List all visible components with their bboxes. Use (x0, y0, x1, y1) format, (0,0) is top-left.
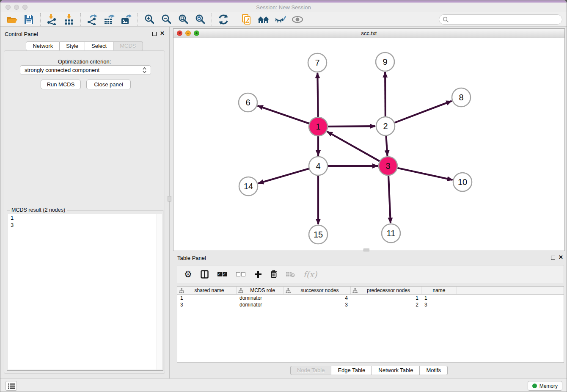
panel-divider (169, 27, 170, 378)
graph-edge-2-3[interactable] (386, 134, 387, 156)
column-header-successor-nodes[interactable]: successor nodes (284, 287, 351, 294)
list-icon (8, 383, 15, 389)
graph-edge-2-8[interactable] (393, 101, 452, 124)
graph-node-label: 10 (458, 177, 467, 187)
table-cell[interactable]: dominator (237, 301, 284, 308)
export-table-button[interactable] (101, 13, 118, 26)
apply-layout-button[interactable] (215, 13, 232, 26)
table-float-icon[interactable] (551, 256, 555, 260)
float-panel-icon[interactable] (152, 32, 157, 36)
export-network-button[interactable] (84, 13, 101, 26)
open-file-button[interactable] (3, 13, 20, 26)
column-header-shared-name[interactable]: shared name (177, 287, 237, 294)
table-close-icon[interactable]: ✕ (559, 254, 563, 260)
criterion-dropdown[interactable]: strongly connected component (20, 65, 151, 75)
table-row[interactable]: 1dominator411 (177, 295, 564, 301)
import-table-button[interactable] (61, 13, 77, 26)
close-panel-button[interactable]: Close panel (86, 80, 131, 89)
table-row[interactable]: 3dominator323 (177, 301, 564, 308)
delete-table-button[interactable] (286, 271, 295, 278)
column-label: name (423, 287, 455, 293)
graph-edge-3-11[interactable] (388, 174, 391, 223)
graph-edge-1-2[interactable] (326, 126, 375, 127)
criterion-value: strongly connected component (25, 67, 143, 73)
open-file-icon (6, 14, 17, 25)
tab-style[interactable]: Style (60, 41, 85, 51)
result-scrollbar[interactable] (157, 214, 162, 370)
mcds-result-list[interactable]: 13 (8, 214, 162, 370)
zoom-selected-button[interactable] (192, 13, 209, 26)
memory-button[interactable]: Memory (528, 381, 562, 391)
run-mcds-button[interactable]: Run MCDS (41, 80, 81, 89)
column-header-name[interactable]: name (421, 287, 457, 294)
optimization-criterion-label: Optimization criterion: (4, 58, 165, 65)
column-label: shared name (184, 287, 234, 293)
gear-icon: ⚙ (184, 270, 192, 279)
table-cell[interactable]: 2 (351, 301, 421, 308)
search-input[interactable] (439, 14, 562, 25)
show-all-icon (292, 15, 303, 24)
tab-node-table[interactable]: Node Table (290, 366, 332, 375)
select-all-button[interactable] (217, 272, 227, 276)
column-settings-button[interactable]: ⚙ (184, 270, 192, 279)
export-table-icon (104, 14, 115, 25)
table-cell[interactable]: 4 (284, 295, 351, 301)
column-header-MCDS-role[interactable]: MCDS role (237, 287, 284, 294)
import-network-button[interactable] (44, 13, 61, 26)
graph-edge-3-1[interactable] (327, 132, 381, 162)
add-column-button[interactable] (254, 271, 262, 278)
export-image-button[interactable] (118, 13, 135, 26)
graph-node-label: 8 (459, 93, 463, 102)
graph-edge-2-9[interactable] (385, 72, 385, 119)
table-cell[interactable]: 3 (421, 301, 457, 308)
first-neighbors-button[interactable] (255, 13, 272, 26)
graph-edge-3-10[interactable] (396, 168, 453, 180)
network-canvas-svg[interactable]: 1234678910111415 (173, 38, 564, 251)
table-header-row: shared nameMCDS rolesuccessor nodesprede… (177, 287, 564, 295)
application-window: Session: New Session (0, 0, 567, 392)
task-history-button[interactable] (6, 381, 17, 391)
import-table-icon (63, 14, 74, 25)
checked-box-icon (217, 272, 222, 276)
graph-edge-4-14[interactable] (258, 168, 311, 183)
shared-column-icon (286, 288, 291, 293)
delete-column-button[interactable] (270, 270, 277, 278)
close-panel-icon[interactable]: ✕ (160, 30, 165, 36)
zoom-out-button[interactable] (158, 13, 175, 26)
graph-node-label: 14 (244, 182, 253, 191)
tab-edge-table[interactable]: Edge Table (331, 366, 372, 375)
graph-edge-1-6[interactable] (258, 106, 311, 124)
graph-node-label: 15 (314, 230, 323, 239)
table-cell[interactable]: 3 (284, 301, 351, 308)
column-label: predecessor nodes (358, 287, 419, 293)
function-builder-button[interactable]: f(x) (303, 270, 317, 279)
save-session-button[interactable] (20, 13, 37, 26)
zoom-in-button[interactable] (141, 13, 158, 26)
network-window-titlebar[interactable]: × − + scc.txt (173, 29, 564, 38)
clone-network-button[interactable] (238, 13, 255, 26)
window-title: Session: New Session (0, 4, 567, 11)
tab-motifs[interactable]: Motifs (420, 366, 448, 375)
tab-network[interactable]: Network (26, 41, 60, 51)
main-toolbar (0, 12, 567, 27)
hide-selected-button[interactable] (272, 13, 289, 26)
table-cell[interactable]: 1 (351, 295, 421, 301)
panel-divider-grip[interactable] (168, 196, 171, 202)
table-cell[interactable]: 3 (177, 301, 237, 308)
control-panel-tabs: Network Style Select MCDS (0, 41, 168, 51)
tab-select[interactable]: Select (85, 41, 113, 51)
table-cell[interactable]: 1 (177, 295, 237, 301)
table-cell[interactable]: dominator (237, 295, 284, 301)
table-cell[interactable]: 1 (421, 295, 457, 301)
deselect-all-button[interactable] (236, 272, 246, 276)
zoom-fit-button[interactable] (175, 13, 192, 26)
graph-edge-1-7[interactable] (317, 73, 318, 119)
show-all-button[interactable] (289, 13, 306, 26)
tab-network-table[interactable]: Network Table (372, 366, 420, 375)
horizontal-divider-grip[interactable] (363, 248, 369, 251)
split-panel-button[interactable] (201, 270, 209, 279)
graph-node-label: 6 (245, 98, 250, 107)
graph-node-label: 9 (383, 57, 387, 66)
tab-mcds[interactable]: MCDS (113, 41, 143, 51)
column-header-predecessor-nodes[interactable]: predecessor nodes (351, 287, 421, 294)
